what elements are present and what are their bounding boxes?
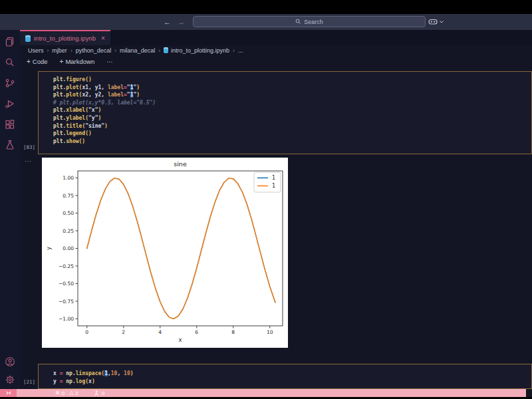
search-input[interactable]: Search [193,16,426,27]
breadcrumb-separator: › [47,47,49,54]
svg-text:0.00: 0.00 [63,245,74,251]
code-editor-2[interactable]: x = np.linspace(1,10, 10)y = np.log(x) [39,364,531,385]
svg-text:0: 0 [85,329,88,335]
breadcrumb[interactable]: Users›mjber›python_decal›milana_decal›in… [20,45,532,55]
files-icon[interactable] [5,37,15,47]
radio-tower-icon [93,390,100,396]
add-code-button[interactable]: +Code [27,58,48,65]
plot-svg: 02468101.000.750.500.250.00−0.25−0.50−0.… [42,158,288,348]
svg-text:y: y [45,247,52,250]
ports-count: 0 [102,390,104,396]
plus-icon: + [60,58,64,65]
activity-bar [0,30,20,389]
breadcrumb-item[interactable]: Users [28,47,44,54]
breadcrumb-item[interactable]: python_decal [76,47,112,54]
error-icon: ⊗ [55,390,60,396]
svg-text:0.25: 0.25 [63,228,74,234]
plus-icon: + [27,58,31,65]
svg-text:1: 1 [272,183,275,189]
code-cell-2[interactable]: x = np.linspace(1,10, 10)y = np.log(x) [38,364,532,389]
search-placeholder: Search [304,19,323,25]
editor-area: intro_to_plotting.ipynb × Users›mjber›py… [20,30,532,389]
output-more-button[interactable]: ... [25,156,32,163]
title-bar: ← → Search [0,14,532,30]
search-sidebar-icon[interactable] [5,57,15,68]
close-icon[interactable]: × [101,35,105,42]
chevron-down-icon [440,21,444,23]
problems-button[interactable]: ⊗ 0 △ 2 [55,390,78,396]
settings-gear-icon[interactable] [5,374,15,385]
svg-text:4: 4 [158,329,162,335]
svg-text:sine: sine [174,160,187,168]
breadcrumb-item[interactable]: mjber [52,47,67,54]
svg-text:−0.25: −0.25 [59,263,74,269]
remote-indicator[interactable] [0,389,17,397]
search-icon [295,19,301,25]
copilot-button[interactable] [428,18,444,25]
tab-intro-to-plotting[interactable]: intro_to_plotting.ipynb × [20,30,110,45]
svg-text:x: x [178,336,182,343]
breadcrumb-separator: › [70,47,72,54]
code-editor-1[interactable]: plt.figure()plt.plot(x1, y1, label="1")p… [39,72,531,145]
svg-text:6: 6 [195,329,198,335]
testing-beaker-icon[interactable] [5,140,15,150]
breadcrumb-separator: › [233,47,235,54]
status-corner [526,389,532,397]
svg-text:8: 8 [231,329,235,335]
svg-text:−0.75: −0.75 [59,299,74,305]
warning-count: 2 [75,390,78,396]
top-black-strip [0,0,532,14]
svg-text:0.75: 0.75 [63,193,74,199]
svg-text:2: 2 [122,329,125,335]
breadcrumb-separator: › [158,47,160,54]
error-count: 0 [62,390,65,396]
status-bar: ⊗ 0 △ 2 0 [0,389,526,397]
tab-bar: intro_to_plotting.ipynb × [20,30,532,45]
warning-icon: △ [69,390,73,396]
execution-count-2: [21] [23,379,35,385]
svg-text:1: 1 [272,175,275,181]
toolbar-more-button[interactable]: ⋯ [106,58,113,65]
run-debug-icon[interactable] [5,98,15,109]
remote-icon [5,390,12,396]
notebook-icon [164,47,168,53]
tab-label: intro_to_plotting.ipynb [34,35,96,42]
execution-count-1: [83] [23,144,35,150]
breadcrumb-item[interactable]: milana_decal [120,47,155,54]
notebook-toolbar: +Code +Markdown ⋯ [20,55,532,67]
plot-output: 02468101.000.750.500.250.00−0.25−0.50−0.… [42,158,288,348]
account-icon[interactable] [5,356,15,367]
back-arrow-icon[interactable]: ← [164,17,171,27]
source-control-icon[interactable] [5,78,15,88]
svg-text:−0.50: −0.50 [59,281,74,287]
extensions-icon[interactable] [5,119,15,130]
notebook-icon [25,35,31,42]
svg-text:10: 10 [267,329,273,335]
breadcrumb-item[interactable]: intro_to_plotting.ipynb [164,47,229,54]
ports-button[interactable]: 0 [93,390,104,396]
breadcrumb-item[interactable]: ... [238,47,243,54]
svg-text:0.50: 0.50 [63,210,74,216]
copilot-icon [428,18,438,25]
breadcrumb-separator: › [114,47,116,54]
svg-text:1.00: 1.00 [63,175,74,181]
svg-text:−1.00: −1.00 [59,316,74,322]
add-markdown-button[interactable]: +Markdown [60,58,95,65]
code-cell-1[interactable]: plt.figure()plt.plot(x1, y1, label="1")p… [38,71,532,154]
forward-arrow-icon[interactable]: → [178,17,185,27]
